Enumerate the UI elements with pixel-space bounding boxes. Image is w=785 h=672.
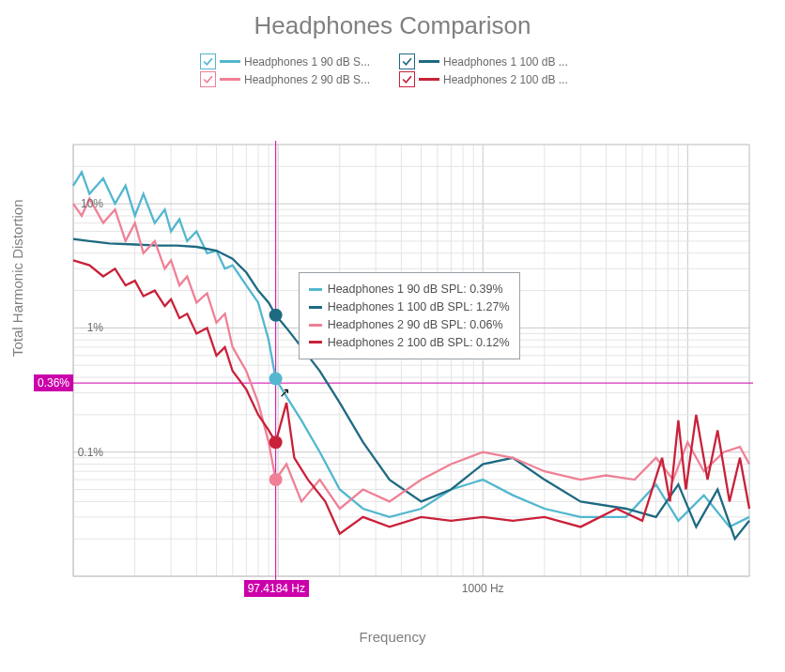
legend-line-icon	[220, 60, 240, 63]
cursor-icon: ↖	[279, 385, 290, 400]
plot-area[interactable]: ↖	[73, 145, 749, 576]
tooltip-swatch-icon	[309, 324, 322, 327]
y-axis-label: Total Harmonic Distortion	[9, 199, 25, 357]
x-tick: 1000 Hz	[462, 582, 504, 595]
tooltip-entry: Headphones 1 100 dB SPL: 1.27%	[328, 298, 510, 316]
legend-item-hp2-100[interactable]: Headphones 2 100 dB ...	[399, 71, 577, 87]
crosshair-x-badge: 97.4184 Hz	[244, 580, 309, 597]
legend-item-hp1-100[interactable]: Headphones 1 100 dB ...	[399, 53, 577, 69]
y-tick: 1%	[87, 321, 103, 334]
checkbox-icon	[399, 71, 415, 87]
legend-line-icon	[419, 78, 439, 81]
chart-title: Headphones Comparison	[0, 0, 785, 40]
x-axis-label: Frequency	[0, 629, 785, 645]
checkbox-icon	[200, 53, 216, 69]
tooltip-swatch-icon	[309, 288, 322, 291]
svg-point-65	[269, 435, 283, 449]
legend-item-hp2-90[interactable]: Headphones 2 90 dB S...	[200, 71, 378, 87]
legend-label: Headphones 1 100 dB ...	[443, 55, 568, 69]
svg-point-62	[269, 373, 283, 386]
legend-label: Headphones 2 100 dB ...	[443, 73, 568, 86]
tooltip-entry: Headphones 2 90 dB SPL: 0.06%	[328, 316, 503, 334]
svg-point-64	[269, 473, 283, 486]
hover-markers	[73, 145, 749, 576]
tooltip-entry: Headphones 1 90 dB SPL: 0.39%	[328, 281, 503, 298]
svg-point-63	[269, 309, 283, 322]
legend: Headphones 1 90 dB S... Headphones 1 100…	[200, 53, 585, 87]
legend-item-hp1-90[interactable]: Headphones 1 90 dB S...	[200, 53, 378, 69]
chart-container: Headphones Comparison Headphones 1 90 dB…	[0, 0, 785, 672]
legend-label: Headphones 1 90 dB S...	[244, 55, 370, 69]
y-tick: 0.1%	[78, 446, 103, 459]
hover-tooltip: Headphones 1 90 dB SPL: 0.39% Headphones…	[299, 272, 520, 359]
legend-label: Headphones 2 90 dB S...	[244, 73, 370, 86]
tooltip-swatch-icon	[309, 341, 322, 344]
legend-line-icon	[419, 60, 439, 63]
checkbox-icon	[200, 71, 216, 87]
y-tick: 10%	[81, 197, 103, 210]
checkbox-icon	[399, 53, 415, 69]
legend-line-icon	[220, 78, 240, 81]
tooltip-entry: Headphones 2 100 dB SPL: 0.12%	[328, 334, 510, 352]
tooltip-swatch-icon	[309, 306, 322, 309]
crosshair-y-badge: 0.36%	[34, 374, 73, 391]
